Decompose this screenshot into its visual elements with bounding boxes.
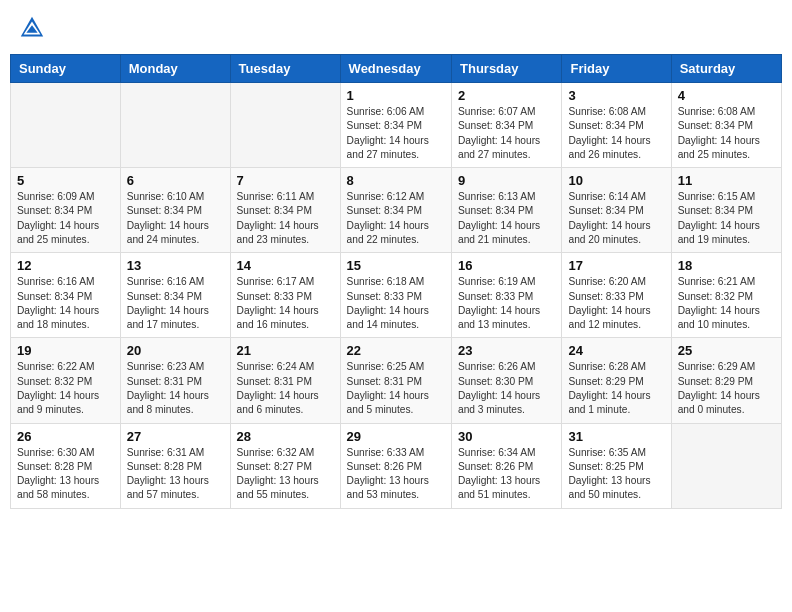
calendar-cell: 31Sunrise: 6:35 AM Sunset: 8:25 PM Dayli…	[562, 423, 671, 508]
calendar-cell: 14Sunrise: 6:17 AM Sunset: 8:33 PM Dayli…	[230, 253, 340, 338]
day-info: Sunrise: 6:08 AM Sunset: 8:34 PM Dayligh…	[678, 105, 775, 162]
day-info: Sunrise: 6:26 AM Sunset: 8:30 PM Dayligh…	[458, 360, 555, 417]
calendar-cell	[230, 83, 340, 168]
day-info: Sunrise: 6:15 AM Sunset: 8:34 PM Dayligh…	[678, 190, 775, 247]
day-info: Sunrise: 6:11 AM Sunset: 8:34 PM Dayligh…	[237, 190, 334, 247]
day-number: 7	[237, 173, 334, 188]
calendar-week-row: 19Sunrise: 6:22 AM Sunset: 8:32 PM Dayli…	[11, 338, 782, 423]
calendar-cell: 11Sunrise: 6:15 AM Sunset: 8:34 PM Dayli…	[671, 168, 781, 253]
calendar-cell: 7Sunrise: 6:11 AM Sunset: 8:34 PM Daylig…	[230, 168, 340, 253]
calendar-cell: 8Sunrise: 6:12 AM Sunset: 8:34 PM Daylig…	[340, 168, 451, 253]
calendar-cell: 16Sunrise: 6:19 AM Sunset: 8:33 PM Dayli…	[452, 253, 562, 338]
day-info: Sunrise: 6:20 AM Sunset: 8:33 PM Dayligh…	[568, 275, 664, 332]
day-number: 25	[678, 343, 775, 358]
column-header-sunday: Sunday	[11, 55, 121, 83]
calendar-cell: 2Sunrise: 6:07 AM Sunset: 8:34 PM Daylig…	[452, 83, 562, 168]
calendar-cell	[671, 423, 781, 508]
day-number: 2	[458, 88, 555, 103]
calendar-cell: 3Sunrise: 6:08 AM Sunset: 8:34 PM Daylig…	[562, 83, 671, 168]
calendar-cell: 12Sunrise: 6:16 AM Sunset: 8:34 PM Dayli…	[11, 253, 121, 338]
day-number: 21	[237, 343, 334, 358]
calendar-cell: 6Sunrise: 6:10 AM Sunset: 8:34 PM Daylig…	[120, 168, 230, 253]
day-info: Sunrise: 6:22 AM Sunset: 8:32 PM Dayligh…	[17, 360, 114, 417]
calendar-cell: 19Sunrise: 6:22 AM Sunset: 8:32 PM Dayli…	[11, 338, 121, 423]
calendar-week-row: 12Sunrise: 6:16 AM Sunset: 8:34 PM Dayli…	[11, 253, 782, 338]
calendar-header-row: SundayMondayTuesdayWednesdayThursdayFrid…	[11, 55, 782, 83]
day-info: Sunrise: 6:33 AM Sunset: 8:26 PM Dayligh…	[347, 446, 445, 503]
day-number: 22	[347, 343, 445, 358]
calendar-cell: 30Sunrise: 6:34 AM Sunset: 8:26 PM Dayli…	[452, 423, 562, 508]
day-number: 19	[17, 343, 114, 358]
day-info: Sunrise: 6:14 AM Sunset: 8:34 PM Dayligh…	[568, 190, 664, 247]
day-number: 11	[678, 173, 775, 188]
day-info: Sunrise: 6:25 AM Sunset: 8:31 PM Dayligh…	[347, 360, 445, 417]
column-header-friday: Friday	[562, 55, 671, 83]
day-info: Sunrise: 6:29 AM Sunset: 8:29 PM Dayligh…	[678, 360, 775, 417]
day-info: Sunrise: 6:10 AM Sunset: 8:34 PM Dayligh…	[127, 190, 224, 247]
day-info: Sunrise: 6:18 AM Sunset: 8:33 PM Dayligh…	[347, 275, 445, 332]
day-info: Sunrise: 6:35 AM Sunset: 8:25 PM Dayligh…	[568, 446, 664, 503]
day-number: 13	[127, 258, 224, 273]
calendar-cell: 24Sunrise: 6:28 AM Sunset: 8:29 PM Dayli…	[562, 338, 671, 423]
calendar-cell: 26Sunrise: 6:30 AM Sunset: 8:28 PM Dayli…	[11, 423, 121, 508]
day-info: Sunrise: 6:31 AM Sunset: 8:28 PM Dayligh…	[127, 446, 224, 503]
day-number: 4	[678, 88, 775, 103]
calendar-cell	[120, 83, 230, 168]
column-header-tuesday: Tuesday	[230, 55, 340, 83]
calendar-cell: 28Sunrise: 6:32 AM Sunset: 8:27 PM Dayli…	[230, 423, 340, 508]
logo-icon	[18, 14, 46, 42]
day-number: 20	[127, 343, 224, 358]
day-info: Sunrise: 6:24 AM Sunset: 8:31 PM Dayligh…	[237, 360, 334, 417]
day-number: 3	[568, 88, 664, 103]
calendar-cell: 9Sunrise: 6:13 AM Sunset: 8:34 PM Daylig…	[452, 168, 562, 253]
day-info: Sunrise: 6:08 AM Sunset: 8:34 PM Dayligh…	[568, 105, 664, 162]
day-info: Sunrise: 6:30 AM Sunset: 8:28 PM Dayligh…	[17, 446, 114, 503]
calendar-week-row: 26Sunrise: 6:30 AM Sunset: 8:28 PM Dayli…	[11, 423, 782, 508]
calendar-week-row: 1Sunrise: 6:06 AM Sunset: 8:34 PM Daylig…	[11, 83, 782, 168]
day-number: 27	[127, 429, 224, 444]
calendar-cell: 13Sunrise: 6:16 AM Sunset: 8:34 PM Dayli…	[120, 253, 230, 338]
day-info: Sunrise: 6:09 AM Sunset: 8:34 PM Dayligh…	[17, 190, 114, 247]
day-info: Sunrise: 6:21 AM Sunset: 8:32 PM Dayligh…	[678, 275, 775, 332]
day-number: 30	[458, 429, 555, 444]
calendar-cell: 18Sunrise: 6:21 AM Sunset: 8:32 PM Dayli…	[671, 253, 781, 338]
calendar-cell: 21Sunrise: 6:24 AM Sunset: 8:31 PM Dayli…	[230, 338, 340, 423]
day-info: Sunrise: 6:17 AM Sunset: 8:33 PM Dayligh…	[237, 275, 334, 332]
day-info: Sunrise: 6:28 AM Sunset: 8:29 PM Dayligh…	[568, 360, 664, 417]
day-info: Sunrise: 6:16 AM Sunset: 8:34 PM Dayligh…	[17, 275, 114, 332]
day-info: Sunrise: 6:16 AM Sunset: 8:34 PM Dayligh…	[127, 275, 224, 332]
day-info: Sunrise: 6:34 AM Sunset: 8:26 PM Dayligh…	[458, 446, 555, 503]
day-info: Sunrise: 6:13 AM Sunset: 8:34 PM Dayligh…	[458, 190, 555, 247]
calendar-week-row: 5Sunrise: 6:09 AM Sunset: 8:34 PM Daylig…	[11, 168, 782, 253]
calendar-cell: 17Sunrise: 6:20 AM Sunset: 8:33 PM Dayli…	[562, 253, 671, 338]
day-number: 18	[678, 258, 775, 273]
day-number: 24	[568, 343, 664, 358]
calendar-cell: 5Sunrise: 6:09 AM Sunset: 8:34 PM Daylig…	[11, 168, 121, 253]
column-header-monday: Monday	[120, 55, 230, 83]
day-number: 12	[17, 258, 114, 273]
day-number: 1	[347, 88, 445, 103]
day-number: 17	[568, 258, 664, 273]
day-number: 16	[458, 258, 555, 273]
day-number: 10	[568, 173, 664, 188]
day-number: 31	[568, 429, 664, 444]
day-number: 26	[17, 429, 114, 444]
day-info: Sunrise: 6:06 AM Sunset: 8:34 PM Dayligh…	[347, 105, 445, 162]
day-info: Sunrise: 6:23 AM Sunset: 8:31 PM Dayligh…	[127, 360, 224, 417]
day-number: 5	[17, 173, 114, 188]
calendar-cell: 10Sunrise: 6:14 AM Sunset: 8:34 PM Dayli…	[562, 168, 671, 253]
day-info: Sunrise: 6:19 AM Sunset: 8:33 PM Dayligh…	[458, 275, 555, 332]
day-info: Sunrise: 6:32 AM Sunset: 8:27 PM Dayligh…	[237, 446, 334, 503]
column-header-wednesday: Wednesday	[340, 55, 451, 83]
logo	[18, 14, 50, 42]
calendar-cell: 1Sunrise: 6:06 AM Sunset: 8:34 PM Daylig…	[340, 83, 451, 168]
day-number: 23	[458, 343, 555, 358]
calendar-cell: 29Sunrise: 6:33 AM Sunset: 8:26 PM Dayli…	[340, 423, 451, 508]
calendar-cell: 22Sunrise: 6:25 AM Sunset: 8:31 PM Dayli…	[340, 338, 451, 423]
calendar-cell: 20Sunrise: 6:23 AM Sunset: 8:31 PM Dayli…	[120, 338, 230, 423]
day-info: Sunrise: 6:07 AM Sunset: 8:34 PM Dayligh…	[458, 105, 555, 162]
page-header	[10, 10, 782, 46]
day-number: 9	[458, 173, 555, 188]
calendar-cell: 4Sunrise: 6:08 AM Sunset: 8:34 PM Daylig…	[671, 83, 781, 168]
calendar-cell: 27Sunrise: 6:31 AM Sunset: 8:28 PM Dayli…	[120, 423, 230, 508]
